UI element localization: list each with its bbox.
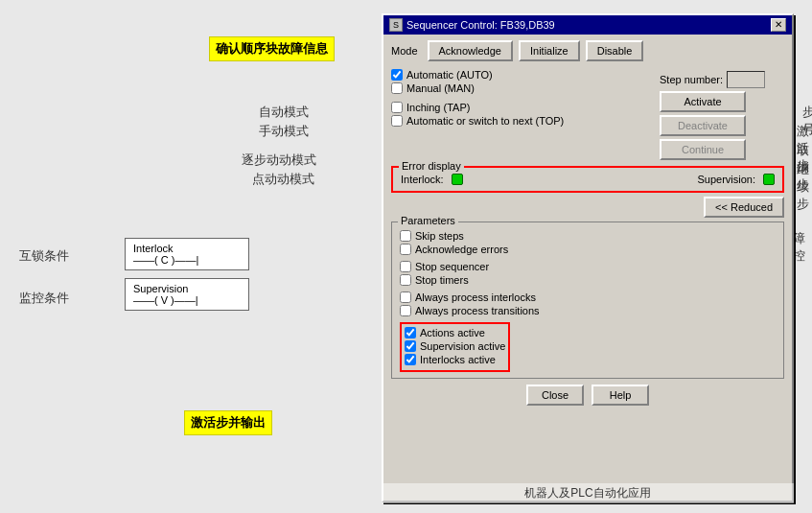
manual-checkbox[interactable] — [391, 82, 403, 94]
stop-sequencer-label: Stop sequencer — [415, 261, 489, 272]
acknowledge-errors-label: Acknowledge errors — [415, 244, 508, 255]
disable-button[interactable]: Disable — [586, 40, 644, 61]
interlock-label: Interlock: — [401, 174, 444, 185]
manual-label: Manual (MAN) — [406, 82, 475, 94]
interlock-led — [452, 174, 463, 185]
actions-active-label: Actions active — [420, 327, 485, 338]
error-display-title: Error display — [399, 160, 464, 172]
mode-label: Mode — [391, 45, 418, 57]
interlock-cond-label: 互锁条件 — [19, 247, 69, 265]
supervision-active-label: Supervision active — [420, 340, 505, 352]
auto-mode-label: 自动模式 — [259, 104, 309, 121]
step-number-field[interactable] — [727, 71, 765, 88]
auto-label: Automatic (AUTO) — [406, 69, 493, 81]
supervision-active-checkbox[interactable] — [405, 340, 416, 352]
continue-step-right: 继续步 — [797, 161, 812, 213]
inching-label: Inching (TAP) — [406, 102, 470, 113]
always-interlocks-label: Always process interlocks — [415, 291, 536, 303]
parameters-title: Parameters — [398, 215, 458, 226]
step-mode-label: 逐步动动模式 — [242, 152, 316, 169]
interlocks-active-label: Interlocks active — [420, 354, 496, 365]
bottom-buttons: Close Help — [391, 385, 784, 406]
interlocks-active-checkbox[interactable] — [405, 354, 416, 365]
help-button[interactable]: Help — [592, 385, 649, 406]
skip-steps-label: Skip steps — [415, 230, 464, 242]
auto-switch-label: Automatic or switch to next (TOP) — [406, 115, 564, 127]
watermark: 机器人及PLC自动化应用 — [382, 483, 794, 503]
dialog-icon: S — [389, 18, 403, 32]
interlock-contact: ——( C )——| — [133, 254, 198, 266]
monitor-cond-label: 监控条件 — [19, 290, 69, 307]
initialize-button[interactable]: Initialize — [519, 40, 580, 61]
activate-button[interactable]: Activate — [660, 91, 746, 112]
manual-mode-label: 手动模式 — [259, 123, 309, 140]
supervision-label: Supervision: — [697, 174, 755, 185]
continue-button[interactable]: Continue — [660, 139, 746, 160]
dialog-titlebar: S Sequencer Control: FB39,DB39 ✕ — [383, 15, 792, 35]
actions-active-checkbox[interactable] — [405, 327, 416, 338]
skip-steps-checkbox[interactable] — [400, 230, 411, 242]
step-number-label: Step number: — [660, 74, 723, 85]
stop-timers-label: Stop timers — [415, 274, 469, 286]
interlock-ladder: Interlock ——( C )——| — [125, 238, 249, 270]
supervision-ladder-label: Supervision — [133, 283, 188, 294]
deactivate-button[interactable]: Deactivate — [660, 115, 746, 136]
auto-switch-checkbox[interactable] — [391, 115, 403, 127]
always-interlocks-checkbox[interactable] — [400, 291, 411, 303]
dialog-body: Mode Acknowledge Initialize Disable Auto… — [383, 35, 792, 411]
always-transitions-checkbox[interactable] — [400, 305, 411, 316]
supervision-contact: ——( V )——| — [133, 294, 198, 306]
close-button[interactable]: Close — [526, 385, 584, 406]
dialog-title: Sequencer Control: FB39,DB39 — [406, 19, 555, 31]
point-mode-label: 点动动模式 — [252, 171, 314, 188]
supervision-ladder: Supervision ——( V )——| — [125, 278, 249, 311]
supervision-led — [763, 174, 775, 185]
stop-timers-checkbox[interactable] — [400, 274, 411, 286]
stop-sequencer-checkbox[interactable] — [400, 261, 411, 272]
always-transitions-label: Always process transitions — [415, 305, 540, 316]
activate-output-box: 激活步并输出 — [184, 410, 272, 435]
inching-checkbox[interactable] — [391, 102, 403, 113]
acknowledge-errors-checkbox[interactable] — [400, 244, 411, 255]
reduced-button[interactable]: << Reduced — [704, 197, 784, 218]
dialog-close-btn[interactable]: ✕ — [771, 18, 786, 32]
auto-checkbox[interactable] — [391, 69, 403, 81]
interlock-ladder-label: Interlock — [133, 243, 174, 254]
confirm-fault-box: 确认顺序块故障信息 — [209, 36, 335, 61]
sequencer-dialog: S Sequencer Control: FB39,DB39 ✕ Mode Ac… — [382, 13, 794, 502]
acknowledge-button[interactable]: Acknowledge — [428, 40, 513, 61]
